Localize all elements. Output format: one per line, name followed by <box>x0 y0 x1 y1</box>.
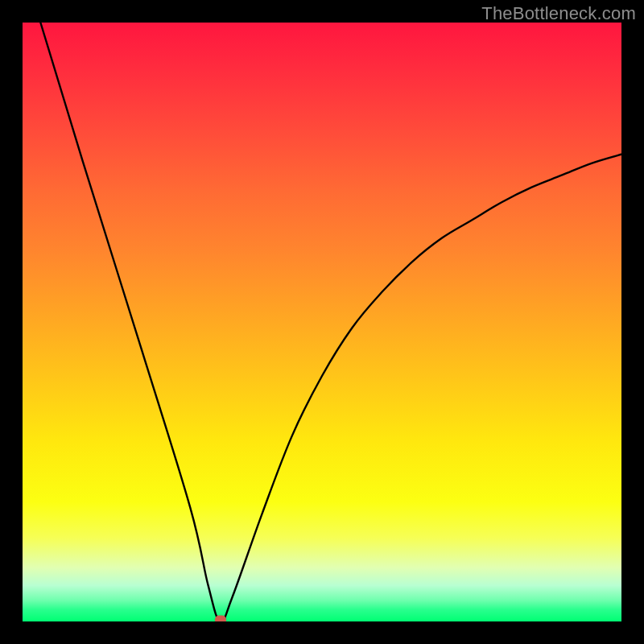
watermark-text: TheBottleneck.com <box>481 3 636 24</box>
chart-frame: TheBottleneck.com <box>0 0 644 644</box>
optimal-marker <box>215 616 226 622</box>
plot-area <box>23 23 621 621</box>
bottleneck-curve <box>23 23 621 621</box>
